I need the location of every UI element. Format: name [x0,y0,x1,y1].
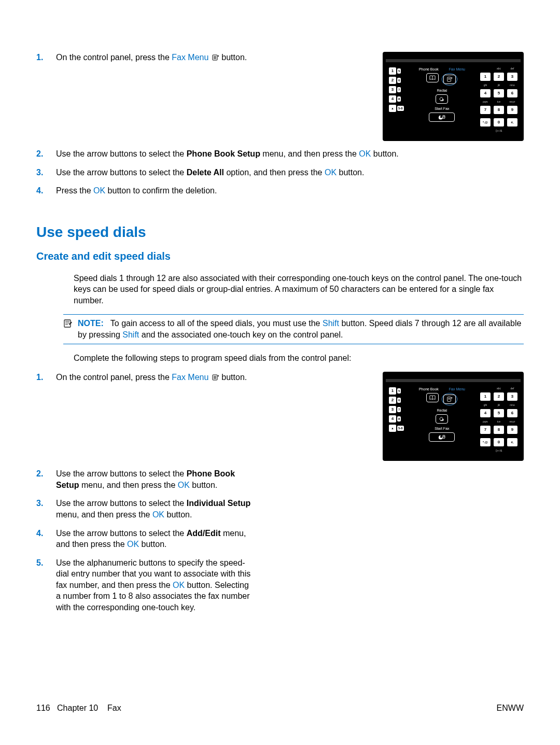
footer-right: ENWW [497,702,524,714]
shift-link: Shift [323,319,339,328]
speed-dial-2: 26 [389,77,404,84]
speed-dial-3: 37 [389,86,404,93]
note-label: NOTE: [78,319,104,328]
chapter-title: Fax [107,704,121,712]
speed-dial-4: 48 [389,95,404,103]
section-heading: Use speed dials [36,222,524,242]
step-number: 1. [36,372,56,383]
step-text: Use the arrow buttons to select the Indi… [56,498,253,520]
step-number: 1. [36,52,56,63]
symbols-label: ()+-/& [480,130,517,133]
ok-link: OK [178,481,190,489]
start-fax-icon [429,113,455,122]
ok-link: OK [325,168,337,177]
step-number: 4. [36,528,56,539]
fax-menu-link: Fax Menu [172,373,208,382]
fax-menu-link: Fax Menu [172,53,208,62]
step-block-2: 1. On the control panel, press the Fax M… [36,372,524,461]
shift-link: Shift [122,330,139,339]
note-icon [63,319,73,328]
intro2-paragraph: Complete the following steps to program … [74,353,524,364]
ok-link: OK [173,581,185,589]
ok-link: OK [127,540,139,549]
step-number: 3. [36,167,56,178]
step-number: 2. [36,148,56,160]
shift-button: 5-8 [389,105,404,112]
step-number: 2. [36,468,56,480]
page-number: 116 [36,704,50,712]
speed-dial-column: 15 26 37 48 5-8 [389,67,404,133]
control-panel-figure: 15 26 37 48 5-8 Phone Book Fax Menu [383,372,524,461]
step-text: On the control panel, press the Fax Menu… [56,372,367,383]
step-text: Use the arrow buttons to select the Dele… [56,167,524,178]
intro-paragraph: Speed dials 1 through 12 are also associ… [74,273,524,306]
step-block-1: 1. On the control panel, press the Fax M… [36,52,524,141]
keypad: abcdef 123 ghijklmno 456 pqrstuvwxyz [480,67,517,133]
chapter-label: Chapter 10 [57,704,98,712]
menu-icon [212,52,219,59]
step-text: Use the alphanumeric buttons to specify … [56,557,253,613]
step-text: Use the arrow buttons to select the Add/… [56,528,253,550]
document-page: 1. On the control panel, press the Fax M… [0,0,560,745]
redial-icon [436,94,448,104]
step-number: 4. [36,185,56,196]
step-text: Press the OK button to confirm the delet… [56,185,524,196]
step-number: 3. [36,498,56,509]
control-panel-figure: 15 26 37 48 5-8 Phone Book Fax Menu [383,52,524,141]
fax-menu-highlight-icon [442,73,457,86]
step-text: Use the arrow buttons to select the Phon… [56,148,524,160]
step-text: Use the arrow buttons to select the Phon… [56,468,253,490]
phone-book-label: Phone Book [419,67,439,71]
fax-menu-label: Fax Menu [449,67,465,71]
ok-link: OK [152,510,164,519]
page-footer: 116 Chapter 10 Fax ENWW [36,702,524,714]
subsection-heading: Create and edit speed dials [36,249,524,263]
ok-link: OK [93,186,105,195]
step-number: 5. [36,557,56,569]
phone-book-icon [426,73,439,82]
redial-label: Redial [407,89,477,92]
start-fax-label: Start Fax [407,107,477,110]
note-block: NOTE: To gain access to all of the speed… [63,314,524,344]
ok-link: OK [359,149,371,158]
step-text: On the control panel, press the Fax Menu… [56,52,367,63]
center-column: Phone Book Fax Menu Redial Start Fax [407,67,477,133]
speed-dial-1: 15 [389,67,404,75]
menu-icon [212,372,219,378]
